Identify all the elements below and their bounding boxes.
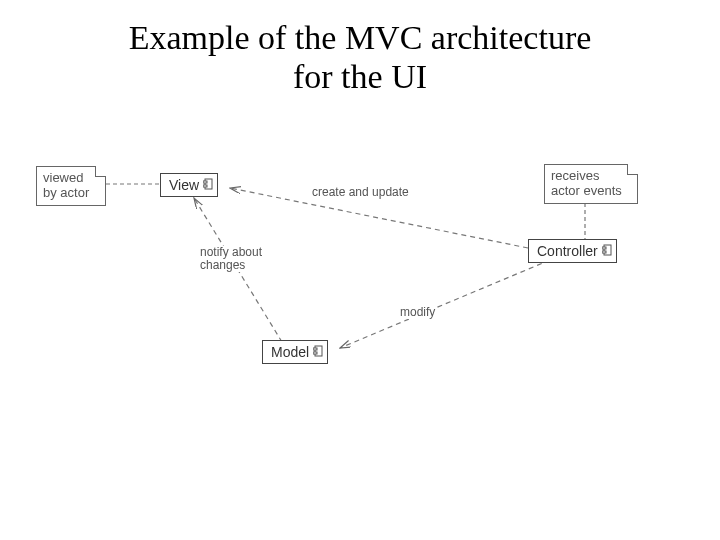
component-label: Controller [537, 243, 598, 259]
mvc-diagram: viewed by actor receives actor events Vi… [30, 160, 690, 390]
title-line-1: Example of the MVC architecture [129, 19, 592, 56]
component-icon [602, 244, 612, 256]
svg-rect-8 [313, 352, 317, 354]
svg-rect-2 [203, 185, 207, 187]
slide: Example of the MVC architecture for the … [0, 0, 720, 540]
slide-title: Example of the MVC architecture for the … [0, 18, 720, 96]
component-icon [203, 178, 213, 190]
title-line-2: for the UI [293, 58, 427, 95]
label-create-and-update: create and update [312, 186, 409, 199]
component-view: View [160, 173, 218, 197]
note-fold-icon [627, 164, 638, 175]
note-text: viewed by actor [43, 170, 89, 200]
component-label: View [169, 177, 199, 193]
svg-rect-4 [602, 247, 606, 249]
component-label: Model [271, 344, 309, 360]
svg-rect-7 [313, 348, 317, 350]
component-model: Model [262, 340, 328, 364]
svg-rect-1 [203, 181, 207, 183]
note-text: receives actor events [551, 168, 622, 198]
note-receives-actor-events: receives actor events [544, 164, 638, 204]
label-modify: modify [400, 306, 435, 319]
component-icon [313, 345, 323, 357]
edge-modify [340, 260, 550, 348]
note-fold-icon [95, 166, 106, 177]
svg-rect-5 [602, 251, 606, 253]
label-notify-about-changes: notify about changes [200, 246, 262, 272]
note-viewed-by-actor: viewed by actor [36, 166, 106, 206]
component-controller: Controller [528, 239, 617, 263]
